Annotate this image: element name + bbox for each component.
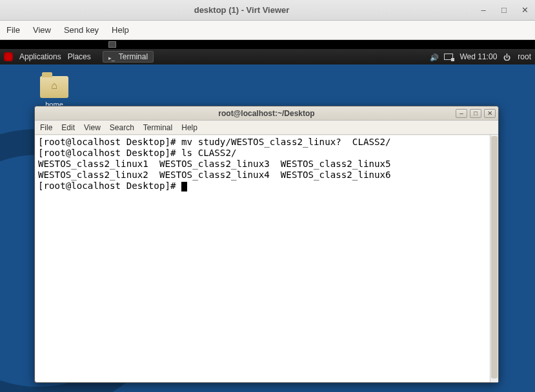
panel-user[interactable]: root — [518, 52, 531, 61]
taskbar-terminal[interactable]: Terminal — [103, 51, 154, 63]
terminal-menubar: File Edit View Search Terminal Help — [35, 121, 498, 135]
virt-viewer-window: desktop (1) - Virt Viewer – □ ✕ File Vie… — [0, 0, 535, 392]
guest-desktop[interactable]: home root@localhost:~/Desktop – □ ✕ File… — [0, 64, 535, 392]
network-icon[interactable] — [444, 54, 453, 60]
distro-icon[interactable] — [4, 52, 13, 61]
terminal-window: root@localhost:~/Desktop – □ ✕ File Edit… — [34, 106, 499, 383]
term-menu-terminal[interactable]: Terminal — [143, 123, 172, 132]
panel-clock[interactable]: Wed 11:00 — [459, 52, 497, 61]
panel-places[interactable]: Places — [68, 52, 91, 61]
outer-titlebar[interactable]: desktop (1) - Virt Viewer – □ ✕ — [0, 0, 535, 21]
desktop-home-folder[interactable]: home — [40, 76, 68, 108]
terminal-minimize-button[interactable]: – — [456, 109, 467, 118]
term-line: WESTOS_class2_linux1 WESTOS_class2_linux… — [38, 159, 495, 170]
term-menu-edit[interactable]: Edit — [61, 123, 75, 132]
term-prompt-line: [root@localhost Desktop]# — [38, 181, 495, 191]
terminal-title: root@localhost:~/Desktop — [35, 109, 498, 118]
terminal-maximize-button[interactable]: □ — [470, 109, 481, 118]
minimize-button[interactable]: – — [478, 5, 489, 15]
terminal-body[interactable]: [root@localhost Desktop]# mv study/WESTO… — [35, 135, 498, 382]
terminal-close-button[interactable]: ✕ — [484, 109, 496, 118]
letterbox-strip — [0, 40, 535, 49]
window-title: desktop (1) - Virt Viewer — [5, 5, 478, 15]
term-menu-help[interactable]: Help — [181, 123, 197, 132]
outer-menubar: File View Send key Help — [0, 21, 535, 40]
close-button[interactable]: ✕ — [520, 5, 530, 15]
terminal-scrollbar[interactable] — [490, 135, 498, 382]
term-line: [root@localhost Desktop]# ls CLASS2/ — [38, 148, 495, 159]
terminal-titlebar[interactable]: root@localhost:~/Desktop – □ ✕ — [35, 106, 498, 121]
gnome-top-panel: Applications Places Terminal Wed 11:00 r… — [0, 49, 535, 64]
terminal-icon — [108, 53, 116, 61]
cursor-icon — [181, 182, 187, 191]
guest-display[interactable]: Applications Places Terminal Wed 11:00 r… — [0, 49, 535, 392]
folder-icon — [40, 76, 68, 98]
term-line: [root@localhost Desktop]# mv study/WESTO… — [38, 137, 495, 148]
menu-view[interactable]: View — [33, 25, 51, 35]
term-menu-file[interactable]: File — [40, 123, 52, 132]
taskbar-terminal-label: Terminal — [119, 52, 148, 61]
power-icon[interactable] — [503, 53, 511, 61]
term-line: WESTOS_class2_linux2 WESTOS_class2_linux… — [38, 170, 495, 181]
maximize-button[interactable]: □ — [499, 5, 509, 15]
menu-help[interactable]: Help — [112, 25, 129, 35]
term-menu-view[interactable]: View — [84, 123, 101, 132]
sound-icon[interactable] — [430, 53, 438, 61]
menu-file[interactable]: File — [6, 25, 20, 35]
menu-sendkey[interactable]: Send key — [64, 25, 99, 35]
indicator-icon — [108, 41, 116, 48]
scrollbar-thumb[interactable] — [491, 136, 498, 378]
term-menu-search[interactable]: Search — [110, 123, 134, 132]
panel-applications[interactable]: Applications — [19, 52, 61, 61]
